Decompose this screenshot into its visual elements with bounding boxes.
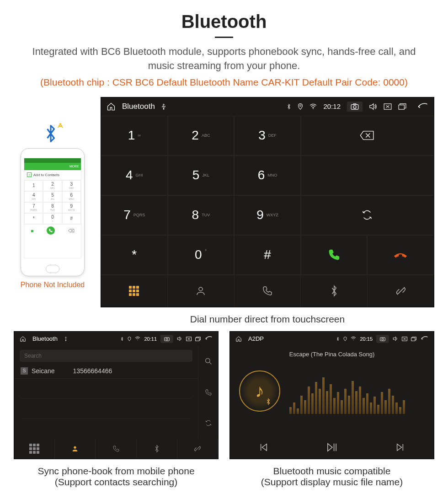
hangup-button[interactable] bbox=[367, 235, 434, 275]
dialer-screenshot: Bluetooth 20:12 1∞ 2ABC 3DEF 4GHI 5J bbox=[101, 97, 434, 307]
title-underline bbox=[215, 37, 233, 38]
tab-dialpad[interactable] bbox=[101, 275, 168, 307]
prev-track-button[interactable] bbox=[259, 443, 268, 452]
close-app-icon[interactable] bbox=[384, 103, 392, 110]
svg-point-8 bbox=[65, 340, 66, 341]
camera-icon[interactable] bbox=[376, 335, 389, 343]
svg-point-15 bbox=[74, 446, 76, 448]
recent-apps-icon[interactable] bbox=[195, 337, 201, 341]
key-6[interactable]: 6MNO bbox=[234, 156, 301, 195]
svg-rect-3 bbox=[351, 104, 358, 109]
contact-number: 13566664466 bbox=[73, 367, 112, 375]
tab-link[interactable] bbox=[177, 439, 218, 459]
recent-apps-icon[interactable] bbox=[411, 337, 416, 341]
key-9[interactable]: 9WXYZ bbox=[234, 195, 301, 235]
home-icon[interactable] bbox=[107, 102, 116, 111]
phone-call-button bbox=[47, 226, 55, 235]
header-description: Integrated with BC6 Bluetooth module, su… bbox=[0, 45, 448, 73]
search-input[interactable]: Search bbox=[20, 350, 192, 362]
refresh-icon[interactable] bbox=[205, 419, 212, 427]
tab-bluetooth[interactable] bbox=[301, 275, 368, 307]
volume-icon[interactable] bbox=[177, 336, 182, 341]
location-icon bbox=[128, 337, 131, 341]
key-2[interactable]: 2ABC bbox=[168, 116, 235, 156]
key-5[interactable]: 5JKL bbox=[168, 156, 235, 195]
contact-row[interactable]: S Seicane 13566664466 bbox=[14, 364, 198, 379]
close-app-icon[interactable] bbox=[186, 337, 192, 341]
bluetooth-overlay-icon bbox=[266, 398, 271, 405]
switch-key[interactable] bbox=[301, 195, 434, 235]
key-7[interactable]: 7PQRS bbox=[101, 195, 168, 235]
contact-name: Seicane bbox=[32, 367, 55, 375]
bluetooth-status-icon bbox=[287, 103, 291, 110]
music-caption-1: Bluetooth music compatible bbox=[273, 466, 391, 476]
back-icon[interactable] bbox=[416, 103, 428, 110]
video-icon: ■ bbox=[31, 228, 33, 233]
svg-point-16 bbox=[353, 340, 354, 340]
svg-point-7 bbox=[199, 287, 203, 291]
close-app-icon[interactable] bbox=[402, 337, 407, 341]
svg-point-1 bbox=[300, 105, 302, 107]
call-button[interactable] bbox=[301, 235, 368, 275]
tab-contacts[interactable] bbox=[55, 439, 96, 459]
add-contacts-label: Add to Contacts bbox=[33, 173, 59, 177]
phone-icon[interactable] bbox=[205, 389, 212, 396]
search-icon[interactable] bbox=[205, 358, 212, 365]
svg-point-2 bbox=[313, 108, 314, 109]
tab-contacts[interactable] bbox=[168, 275, 235, 307]
key-4[interactable]: 4GHI bbox=[101, 156, 168, 195]
contacts-screenshot: Bluetooth 20:11 Search bbox=[14, 331, 219, 459]
album-art-icon: ♪ bbox=[239, 370, 280, 412]
back-icon[interactable] bbox=[420, 336, 428, 341]
play-pause-button[interactable] bbox=[326, 442, 337, 452]
next-track-button[interactable] bbox=[395, 443, 405, 452]
music-screenshot: A2DP 20:15 Escape (The Pina Colada Song) bbox=[229, 331, 434, 459]
wifi-icon bbox=[135, 337, 140, 341]
key-hash[interactable]: # bbox=[234, 235, 301, 275]
key-3[interactable]: 3DEF bbox=[234, 116, 301, 156]
svg-point-14 bbox=[205, 359, 210, 363]
svg-point-0 bbox=[163, 108, 164, 109]
wifi-wave-icon bbox=[56, 122, 64, 130]
main-caption: Dial number direct from touchscreen bbox=[0, 307, 448, 331]
key-1[interactable]: 1∞ bbox=[101, 116, 168, 156]
page-title: Bluetooth bbox=[0, 11, 448, 32]
volume-icon[interactable] bbox=[369, 103, 377, 110]
music-caption-2: (Support display music file name) bbox=[229, 477, 434, 488]
key-0[interactable]: 0+ bbox=[168, 235, 235, 275]
back-icon[interactable] bbox=[204, 336, 213, 341]
key-star[interactable]: * bbox=[101, 235, 168, 275]
usb-icon bbox=[161, 103, 166, 110]
recent-apps-icon[interactable] bbox=[398, 103, 406, 110]
svg-point-18 bbox=[382, 338, 384, 340]
home-icon[interactable] bbox=[20, 336, 26, 342]
song-title: Escape (The Pina Colada Song) bbox=[230, 351, 434, 358]
backspace-key[interactable] bbox=[301, 116, 434, 156]
phone-mockup: MORE +Add to Contacts 1 2ABC 3DEF 4GHI 5… bbox=[21, 148, 85, 276]
wifi-icon bbox=[351, 337, 356, 341]
contacts-caption-1: Sync phone-book from mobile phone bbox=[37, 466, 194, 476]
tab-history[interactable] bbox=[235, 275, 301, 307]
tab-bluetooth[interactable] bbox=[137, 439, 177, 459]
tab-history[interactable] bbox=[96, 439, 136, 459]
svg-point-9 bbox=[138, 340, 138, 340]
camera-icon[interactable] bbox=[347, 102, 363, 112]
volume-icon[interactable] bbox=[393, 336, 398, 341]
location-icon bbox=[298, 103, 303, 110]
location-icon bbox=[343, 337, 347, 341]
bluetooth-spec: (Bluetooth chip : CSR BC6 Default Blueto… bbox=[0, 77, 448, 88]
contact-badge: S bbox=[21, 367, 28, 375]
camera-icon[interactable] bbox=[160, 335, 173, 343]
visualizer bbox=[280, 368, 434, 414]
svg-rect-20 bbox=[411, 338, 415, 341]
tab-dialpad[interactable] bbox=[14, 439, 55, 459]
phone-caption: Phone Not Included bbox=[14, 281, 91, 289]
key-8[interactable]: 8TUV bbox=[168, 195, 235, 235]
home-icon[interactable] bbox=[235, 336, 242, 342]
bluetooth-decorative-icon bbox=[43, 124, 62, 143]
bluetooth-status-icon bbox=[336, 337, 340, 341]
tab-link[interactable] bbox=[368, 275, 434, 307]
svg-point-4 bbox=[353, 105, 356, 108]
svg-point-11 bbox=[166, 338, 168, 340]
usb-icon bbox=[64, 337, 68, 341]
